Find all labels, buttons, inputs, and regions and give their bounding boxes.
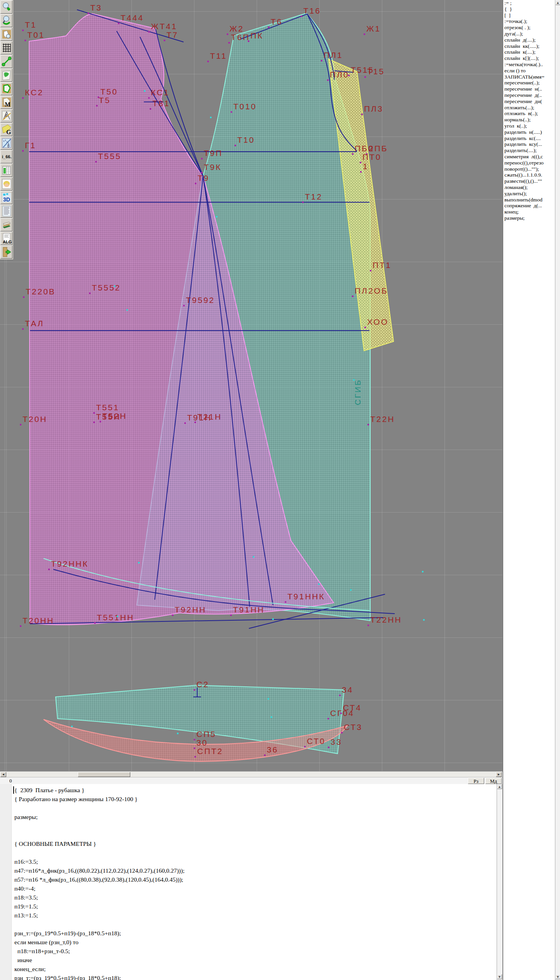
panel-scrollbar[interactable]: ▲ ▼ [555,0,560,980]
measure-button[interactable] [0,55,12,68]
point-marker[interactable] [183,305,185,306]
point-marker[interactable] [93,412,95,414]
scroll-down-icon[interactable]: ▼ [497,974,502,979]
alg-button[interactable]: ALG [0,232,12,245]
curve-point-marker[interactable] [216,216,217,217]
doc-list-button[interactable] [0,205,12,218]
command-item[interactable]: сплайн к[](....); [503,55,555,61]
command-item[interactable]: если () то [503,68,555,74]
point-marker[interactable] [195,183,196,184]
command-item[interactable]: сопряжение д(... [503,203,555,209]
curve-point-marker[interactable] [117,616,118,617]
point-marker[interactable] [118,23,119,24]
curve-point-marker[interactable] [422,571,424,572]
point-marker[interactable] [370,270,371,271]
threed-button[interactable]: 3D [0,191,12,204]
point-marker[interactable] [364,327,366,328]
canvas-hscrollbar[interactable]: ◄ ► [0,771,502,777]
point-marker[interactable] [96,105,98,107]
point-marker[interactable] [327,718,329,719]
scroll-up-icon[interactable]: ▲ [555,0,560,5]
command-item[interactable]: поворот(()...""); [503,166,555,172]
point-marker[interactable] [22,97,24,99]
algorithm-editor[interactable]: { 2309 Платье - рубашка } { Разработано … [0,784,497,980]
curve-point-marker[interactable] [350,589,352,591]
point-marker[interactable] [301,16,302,17]
point-marker[interactable] [268,26,270,28]
command-item[interactable]: пересечение(..); [503,80,555,86]
command-item[interactable]: разделить ксу(... [503,141,555,147]
curve-point-marker[interactable] [138,562,140,564]
point-marker[interactable] [95,161,97,163]
point-marker[interactable] [368,625,369,626]
point-marker[interactable] [352,153,354,155]
ruler-button[interactable]: 8 [0,136,12,150]
command-item[interactable]: [ ] [503,12,555,19]
curve-point-marker[interactable] [126,309,128,311]
command-item[interactable]: отрезок( . ); [503,24,555,31]
rz-button[interactable]: Рз [468,778,484,784]
curve-point-marker[interactable] [114,285,116,287]
curve-point-marker[interactable] [268,698,269,700]
point-marker[interactable] [248,40,249,42]
curve-point-marker[interactable] [144,90,145,92]
curve-point-marker[interactable] [71,726,73,727]
point-marker[interactable] [100,421,101,422]
grid-button[interactable] [0,41,12,54]
point-marker[interactable] [184,422,186,424]
exit-button[interactable] [0,245,12,259]
command-item[interactable]: { } [503,6,555,12]
scroll-up-icon[interactable]: ▲ [497,784,502,789]
point-marker[interactable] [368,424,369,425]
curve-point-marker[interactable] [210,117,212,118]
pattern-outline-button[interactable] [0,82,12,95]
command-item[interactable]: :=точка(.); [503,18,555,24]
point-marker[interactable] [352,296,354,297]
map-page-button[interactable] [0,68,12,82]
point-marker[interactable] [321,60,322,61]
point-marker[interactable] [327,79,329,81]
point-marker[interactable] [164,40,165,41]
command-item[interactable]: сжать(()...1.1.0.9. [503,172,555,178]
point-marker[interactable] [94,622,96,624]
point-marker[interactable] [194,756,196,758]
point-marker[interactable] [148,97,150,99]
pattern-lens-button[interactable] [0,28,12,41]
point-marker[interactable] [20,625,21,627]
pattern-g-button[interactable]: G [0,123,12,136]
command-item[interactable]: разделить(....); [503,147,555,154]
point-marker[interactable] [264,754,266,756]
point-marker[interactable] [285,601,286,603]
command-item[interactable]: отложить в(..); [503,110,555,117]
scroll-down-icon[interactable]: ▼ [555,974,560,979]
algorithm-text[interactable]: { 2309 Платье - рубашка } { Разработано … [14,786,184,980]
command-item[interactable]: ЗАПИСАТЬ(имя= [503,74,555,80]
curve-point-marker[interactable] [423,619,425,621]
curve-point-marker[interactable] [318,583,320,585]
point-marker[interactable] [194,689,195,691]
point-marker[interactable] [231,111,232,113]
point-marker[interactable] [228,42,230,44]
command-item[interactable]: конец; [503,209,555,215]
point-marker[interactable] [360,162,361,163]
point-marker[interactable] [148,31,150,33]
point-marker[interactable] [89,292,91,294]
command-item[interactable]: разделить кс(.... [503,135,555,142]
point-marker[interactable] [227,33,228,35]
command-item[interactable]: пересечение н(.. [503,86,555,92]
scroll-left-icon[interactable]: ◄ [0,772,6,777]
command-item[interactable]: сплайн д(....); [503,37,555,43]
command-item[interactable]: сплайн кк(.....); [503,43,555,49]
point-marker[interactable] [20,424,21,425]
curve-point-marker[interactable] [353,379,355,381]
point-marker[interactable] [361,114,363,115]
point-marker[interactable] [23,296,24,298]
point-marker[interactable] [201,158,203,159]
command-item[interactable]: перенос((),отрезо [503,160,555,166]
drafting-a-button[interactable]: A [0,109,12,122]
curve-point-marker[interactable] [177,733,178,734]
command-item[interactable]: сплайн к(....); [503,49,555,55]
command-item[interactable]: удалить(); [503,191,555,197]
point-marker[interactable] [207,61,209,62]
zoom-prev-button[interactable] [0,14,12,27]
